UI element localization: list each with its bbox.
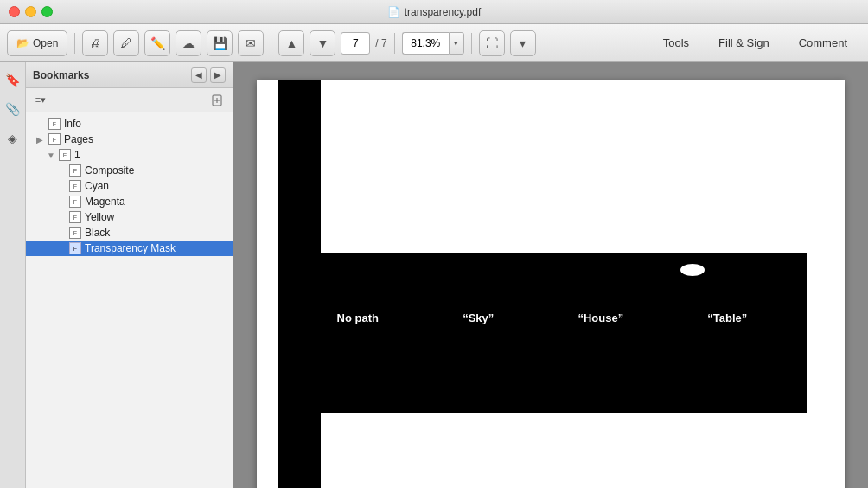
print-button[interactable]: 🖨 — [82, 30, 108, 56]
tree-label-transparency: Transparency Mask — [85, 242, 176, 254]
tree-item-pages[interactable]: ▶ F Pages — [26, 132, 233, 147]
bookmarks-panel: Bookmarks ◀ ▶ ≡▾ F Info — [26, 62, 233, 488]
email-button[interactable]: ✉ — [238, 30, 264, 56]
separator-3 — [394, 33, 395, 54]
tree-page-icon-1: F — [59, 149, 71, 161]
save-button[interactable]: 💾 — [207, 30, 233, 56]
tree-label-yellow: Yellow — [85, 211, 114, 223]
open-button[interactable]: 📂 Open — [7, 30, 67, 56]
tree-label-pages: Pages — [64, 133, 93, 145]
tree-label-black: Black — [85, 227, 110, 239]
panel-title: Bookmarks — [33, 69, 89, 81]
tree-label-magenta: Magenta — [85, 196, 125, 208]
tree-page-icon-cyan: F — [69, 180, 81, 192]
bookmark-sidebar-icon[interactable]: 🔖 — [3, 69, 23, 90]
bookmarks-tree: F Info ▶ F Pages ▼ F 1 F Composite — [26, 112, 233, 488]
highlight-button[interactable]: 🖊 — [113, 30, 139, 56]
tree-page-icon-magenta: F — [69, 196, 81, 208]
pdf-label-house: “House” — [578, 311, 623, 324]
next-page-button[interactable]: ▼ — [310, 30, 335, 56]
panel-header: Bookmarks ◀ ▶ — [26, 62, 233, 88]
collapse-panel-button[interactable]: ◀ — [191, 67, 207, 83]
comment-button[interactable]: Comment — [785, 31, 861, 55]
pdf-label-sky: “Sky” — [463, 311, 494, 324]
tree-page-icon-info: F — [48, 118, 61, 130]
black-bar-horizontal — [278, 253, 807, 413]
pdf-page: No path “Sky” “House” “Table” — [257, 80, 845, 488]
sort-bookmarks-button[interactable]: ≡▾ — [31, 91, 50, 110]
pdf-label-table: “Table” — [707, 311, 747, 324]
black-bar-bottom — [278, 413, 321, 488]
add-bookmark-button[interactable] — [208, 91, 227, 110]
zoom-dropdown-button[interactable]: ▾ — [449, 32, 464, 55]
zoom-input[interactable] — [402, 32, 449, 55]
pdf-label-no-path: No path — [337, 311, 379, 324]
fill-sign-button[interactable]: Fill & Sign — [705, 31, 783, 55]
main-area: 🔖 📎 ◈ Bookmarks ◀ ▶ ≡▾ — [0, 62, 868, 488]
pdf-content: No path “Sky” “House” “Table” — [233, 62, 868, 488]
tree-item-transparency-mask[interactable]: F Transparency Mask — [26, 241, 233, 256]
tree-item-info[interactable]: F Info — [26, 116, 233, 132]
page-input[interactable] — [341, 32, 370, 55]
tools-button[interactable]: Tools — [649, 31, 703, 55]
separator-2 — [271, 33, 271, 54]
pdf-labels: No path “Sky” “House” “Table” — [278, 311, 807, 324]
tree-item-composite[interactable]: F Composite — [26, 163, 233, 178]
close-button[interactable] — [9, 6, 20, 17]
tree-page-icon-transparency: F — [69, 242, 81, 254]
tree-label-composite: Composite — [85, 164, 134, 177]
tree-item-magenta[interactable]: F Magenta — [26, 194, 233, 209]
tree-item-black[interactable]: F Black — [26, 225, 233, 241]
tree-page-icon-black: F — [69, 227, 81, 239]
tree-page-icon-pages: F — [48, 133, 61, 145]
tree-page-icon-yellow: F — [69, 211, 81, 223]
separator-1 — [74, 33, 75, 54]
upload-button[interactable]: ☁ — [176, 30, 201, 56]
attachment-sidebar-icon[interactable]: 📎 — [3, 99, 23, 119]
tree-item-1[interactable]: ▼ F 1 — [26, 147, 233, 163]
panel-controls: ◀ ▶ — [191, 67, 226, 83]
tree-item-cyan[interactable]: F Cyan — [26, 178, 233, 194]
expand-panel-button[interactable]: ▶ — [210, 67, 226, 83]
tree-arrow-pages: ▶ — [36, 135, 47, 144]
tree-label-info: Info — [64, 118, 81, 130]
edit-button[interactable]: ✏️ — [144, 30, 170, 56]
maximize-button[interactable] — [41, 6, 53, 17]
page-total: / 7 — [375, 37, 386, 49]
panel-toolbar: ≡▾ — [26, 88, 233, 112]
minimize-button[interactable] — [25, 6, 36, 17]
tree-item-yellow[interactable]: F Yellow — [26, 209, 233, 225]
folder-icon: 📂 — [16, 37, 29, 49]
left-icon-strip: 🔖 📎 ◈ — [0, 62, 26, 488]
tree-page-icon-composite: F — [69, 164, 81, 177]
separator-4 — [471, 33, 472, 54]
layer-sidebar-icon[interactable]: ◈ — [3, 128, 23, 149]
zoom-container: ▾ — [402, 32, 464, 55]
window-title: 📄 transparency.pdf — [387, 6, 482, 18]
toolbar: 📂 Open 🖨 🖊 ✏️ ☁ 💾 ✉ ▲ ▼ / 7 ▾ ⛶ ▾ Tools … — [0, 24, 868, 62]
window-controls — [9, 6, 53, 17]
add-bookmark-icon — [212, 94, 224, 106]
tree-arrow-1: ▼ — [47, 151, 57, 160]
titlebar: 📄 transparency.pdf — [0, 0, 868, 24]
prev-page-button[interactable]: ▲ — [278, 30, 304, 56]
title-icon: 📄 — [387, 6, 400, 18]
tree-label-cyan: Cyan — [85, 180, 109, 192]
white-oval — [680, 264, 705, 276]
right-toolbar: Tools Fill & Sign Comment — [649, 31, 861, 55]
fit-button[interactable]: ⛶ — [479, 30, 505, 56]
tree-label-1: 1 — [74, 149, 80, 161]
view-options-button[interactable]: ▾ — [510, 30, 536, 56]
